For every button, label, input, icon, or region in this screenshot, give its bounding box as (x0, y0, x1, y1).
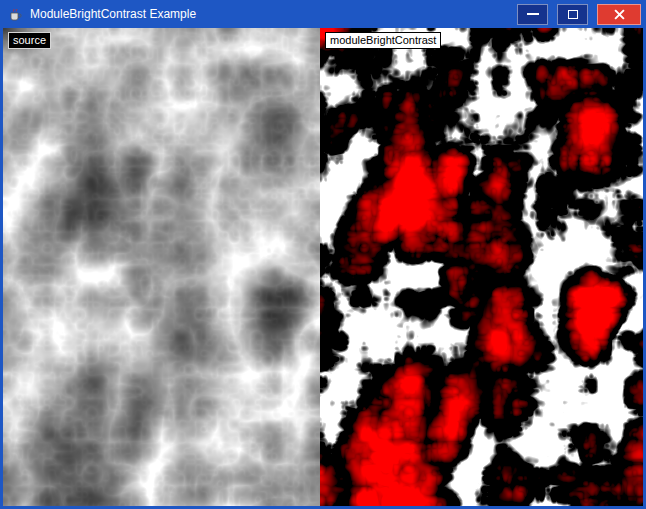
close-button[interactable] (597, 4, 641, 25)
result-label: moduleBrightContrast (325, 32, 441, 49)
window-controls (517, 4, 641, 25)
close-icon (614, 9, 625, 20)
titlebar[interactable]: ModuleBrightContrast Example (0, 0, 646, 28)
window-title: ModuleBrightContrast Example (30, 7, 196, 21)
maximize-icon (568, 10, 578, 19)
brightcontrast-image (320, 28, 643, 506)
minimize-icon (527, 13, 539, 15)
source-image (3, 28, 320, 506)
source-panel: source (3, 28, 320, 506)
result-panel: moduleBrightContrast (320, 28, 643, 506)
client-area: source moduleBrightContrast (3, 28, 643, 506)
minimize-button[interactable] (517, 4, 548, 25)
source-label: source (8, 32, 51, 49)
maximize-button[interactable] (557, 4, 588, 25)
application-window: ModuleBrightContrast Example source modu… (0, 0, 646, 509)
java-coffee-cup-icon (7, 6, 23, 22)
